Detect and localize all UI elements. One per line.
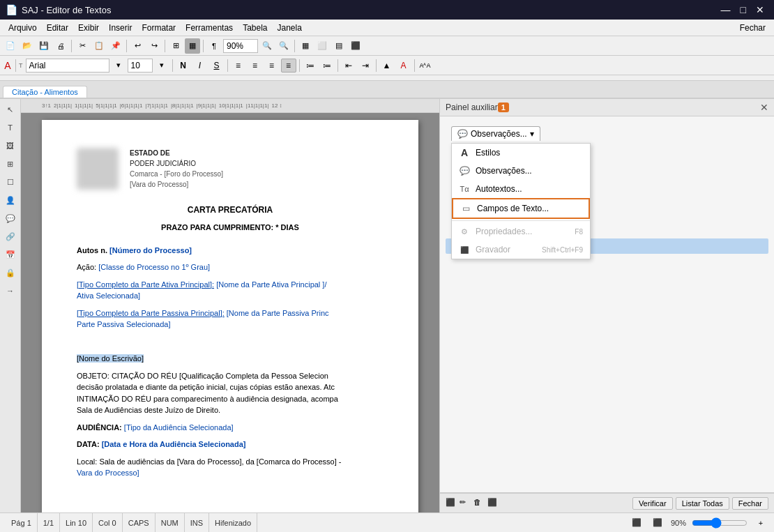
sb-cursor[interactable]: ↖ bbox=[3, 102, 18, 117]
maximize-button[interactable]: □ bbox=[736, 3, 750, 17]
tb-cut[interactable]: ✂ bbox=[75, 38, 90, 54]
sb-comment[interactable]: 💬 bbox=[3, 211, 18, 226]
tb-outdent[interactable]: ⇤ bbox=[341, 59, 356, 73]
tb-print-preview[interactable]: 🖨 bbox=[53, 38, 68, 54]
verificar-button[interactable]: Verificar bbox=[632, 497, 673, 510]
zoom-plus[interactable]: + bbox=[753, 515, 768, 531]
tb-underline[interactable]: S bbox=[209, 59, 225, 73]
status-right: ⬛ ⬛ 90% + bbox=[629, 515, 768, 531]
sb-image[interactable]: 🖼 bbox=[3, 138, 18, 153]
tb-open[interactable]: 📂 bbox=[20, 38, 35, 54]
tb-col4[interactable]: ⬛ bbox=[348, 38, 363, 54]
tb-copy[interactable]: 📋 bbox=[91, 38, 107, 54]
observacoes-dropdown-button[interactable]: 💬 Observações... ▾ bbox=[451, 126, 540, 141]
sb-user[interactable]: 👤 bbox=[3, 192, 18, 208]
tb-align-left[interactable]: ≡ bbox=[231, 59, 246, 73]
tb-highlight[interactable]: ▲ bbox=[379, 59, 395, 73]
tb-align-center[interactable]: ≡ bbox=[248, 59, 263, 73]
tipo-passivo: [Tipo Completo da Parte Passiva Principa… bbox=[77, 309, 225, 317]
menu-editar[interactable]: Editar bbox=[43, 22, 73, 34]
doc-local: Local: Sala de audiências da [Vara do Pr… bbox=[77, 456, 384, 479]
sb-link[interactable]: 🔗 bbox=[3, 229, 18, 244]
escrivao-value: [Nome do Escrivão] bbox=[77, 354, 144, 363]
panel-bottom-icon4[interactable]: ⬛ bbox=[487, 498, 499, 509]
tb-zoom-in[interactable]: 🔍 bbox=[259, 38, 275, 54]
dropdown-icon: 💬 bbox=[457, 129, 468, 139]
close-button[interactable]: ✕ bbox=[752, 3, 768, 17]
tb-grow[interactable]: AᴬA bbox=[418, 59, 433, 73]
doc-escrivao: [Nome do Escrivão] bbox=[77, 353, 384, 365]
menu-item-campos[interactable]: ▭ Campos de Texto... bbox=[452, 198, 590, 219]
panel-bottom-icon2[interactable]: ✏ bbox=[460, 498, 471, 509]
status-icon1[interactable]: ⬛ bbox=[629, 515, 644, 531]
tb-col1[interactable]: ▦ bbox=[298, 38, 313, 54]
app-icon: 📄 bbox=[6, 4, 17, 15]
menu-formatar[interactable]: Formatar bbox=[137, 22, 180, 34]
main-content: ↖ T 🖼 ⊞ ☐ 👤 💬 🔗 📅 🔒 → 3↑1 2|1|1|1| 1|1|1… bbox=[0, 99, 774, 512]
sep11 bbox=[376, 59, 377, 72]
tb-new[interactable]: 📄 bbox=[3, 38, 18, 54]
tb-col2[interactable]: ⬜ bbox=[314, 38, 330, 54]
tb-indent[interactable]: ⇥ bbox=[358, 59, 373, 73]
panel-close-button[interactable]: ✕ bbox=[760, 102, 768, 113]
menu-item-estilos[interactable]: A Estilos bbox=[452, 144, 590, 162]
doc-audiencia: AUDIÊNCIA: [Tipo da Audiência Selecionad… bbox=[77, 422, 384, 434]
sb-text[interactable]: T bbox=[3, 120, 18, 135]
tb-paste[interactable]: 📌 bbox=[108, 38, 123, 54]
editor-scroll[interactable]: ESTADO DE PODER JUDICIÁRIO Comarca - [Fo… bbox=[21, 113, 439, 512]
sb-arrow[interactable]: → bbox=[3, 283, 18, 298]
menu-janela[interactable]: Janela bbox=[273, 22, 306, 34]
fechar-button[interactable]: Fechar bbox=[732, 497, 768, 510]
listar-todas-button[interactable]: Listar Todas bbox=[676, 497, 729, 510]
ruler: 3↑1 2|1|1|1| 1|1|1|1| 5|1|1|1|1 |6|1|1|1… bbox=[21, 99, 439, 113]
menu-fechar[interactable]: Fechar bbox=[736, 22, 770, 34]
sb-table[interactable]: ⊞ bbox=[3, 156, 18, 172]
menu-inserir[interactable]: Inserir bbox=[105, 22, 136, 34]
tb-size-arrow[interactable]: ▾ bbox=[154, 58, 169, 73]
sb-calendar[interactable]: 📅 bbox=[3, 247, 18, 262]
header-text: ESTADO DE PODER JUDICIÁRIO Comarca - [Fo… bbox=[130, 148, 223, 190]
status-icon2[interactable]: ⬛ bbox=[650, 515, 665, 531]
tb-bold[interactable]: N bbox=[176, 59, 191, 73]
propriedades-label: Propriedades... bbox=[476, 227, 532, 236]
panel-bottom-icon1[interactable]: ⬛ bbox=[446, 498, 457, 509]
tb-redo[interactable]: ↪ bbox=[146, 38, 162, 54]
tab-bar: Citação - Alimentos bbox=[0, 81, 774, 99]
font-size-input[interactable]: 10 bbox=[128, 59, 153, 73]
doc-autos: Autos n. [Número do Processo] bbox=[77, 245, 384, 257]
status-ins: INS bbox=[185, 513, 209, 532]
tb-table2[interactable]: ▦ bbox=[185, 38, 200, 54]
tb-undo[interactable]: ↩ bbox=[130, 38, 145, 54]
menu-item-propriedades[interactable]: ⚙ Propriedades... F8 bbox=[452, 222, 590, 241]
tb-list-bullet[interactable]: ≔ bbox=[303, 59, 318, 73]
menu-exibir[interactable]: Exibir bbox=[74, 22, 103, 34]
tb-align-justify[interactable]: ≡ bbox=[281, 59, 296, 73]
sb-field[interactable]: ☐ bbox=[3, 174, 18, 190]
tab-citacao-alimentos[interactable]: Citação - Alimentos bbox=[3, 86, 87, 98]
zoom-input[interactable]: 90% bbox=[223, 39, 258, 53]
menu-arquivo[interactable]: Arquivo bbox=[4, 22, 41, 34]
zoom-slider[interactable] bbox=[692, 517, 748, 529]
tb-align-right[interactable]: ≡ bbox=[264, 59, 280, 73]
tb-font-color-icon[interactable]: A bbox=[3, 59, 13, 73]
tb-zoom-out[interactable]: 🔍 bbox=[276, 38, 291, 54]
tb-list-num[interactable]: ≔ bbox=[319, 59, 335, 73]
panel-bottom-icon3[interactable]: 🗑 bbox=[473, 498, 485, 509]
menu-tabela[interactable]: Tabela bbox=[238, 22, 271, 34]
gravador-label: Gravador bbox=[476, 245, 510, 254]
tb-save[interactable]: 💾 bbox=[36, 38, 52, 54]
minimize-button[interactable]: — bbox=[717, 3, 735, 17]
menu-item-autotextos[interactable]: Tα Autotextos... bbox=[452, 180, 590, 198]
menu-item-observacoes[interactable]: 💬 Observações... bbox=[452, 162, 590, 180]
tb-col3[interactable]: ▤ bbox=[331, 38, 347, 54]
sb-lock[interactable]: 🔒 bbox=[3, 265, 18, 280]
tb-pilcrow[interactable]: ¶ bbox=[206, 38, 222, 54]
tb-italic[interactable]: I bbox=[192, 59, 208, 73]
tb-font-arrow[interactable]: ▾ bbox=[111, 58, 126, 73]
ruler-content: 3↑1 2|1|1|1| 1|1|1|1| 5|1|1|1|1 |6|1|1|1… bbox=[42, 99, 285, 112]
menu-item-gravador[interactable]: ⬛ Gravador Shift+Ctrl+F9 bbox=[452, 241, 590, 259]
font-name-input[interactable]: Arial bbox=[26, 59, 109, 73]
menu-ferramentas[interactable]: Ferramentas bbox=[181, 22, 237, 34]
tb-table[interactable]: ⊞ bbox=[168, 38, 183, 54]
tb-font-color[interactable]: A bbox=[396, 59, 411, 73]
